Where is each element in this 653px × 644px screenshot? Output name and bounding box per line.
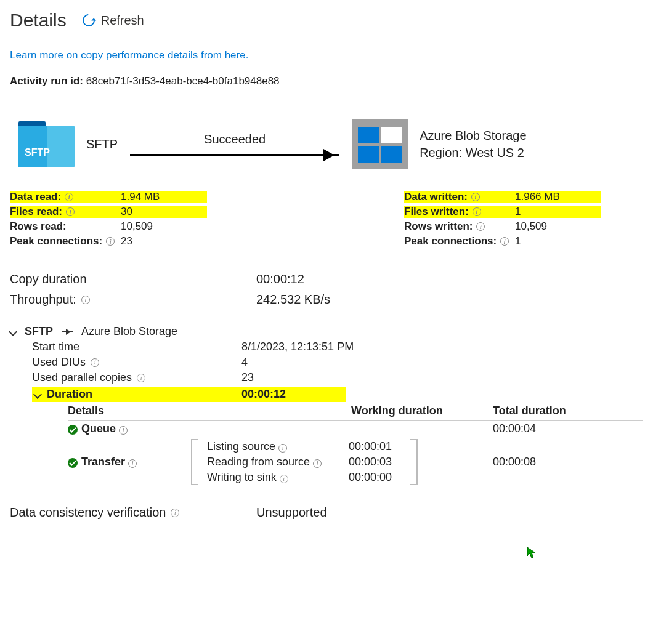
data-read-value: 1.94 MB: [121, 191, 207, 203]
throughput-label: Throughput:: [10, 292, 256, 307]
duration-label: Duration: [47, 388, 92, 401]
run-id-label: Activity run id:: [10, 75, 83, 87]
files-written-label: Files written:: [404, 206, 515, 218]
refresh-icon: [80, 12, 97, 29]
src-peak-conn-label: Peak connections:: [10, 235, 121, 248]
sftp-icon-text: SFTP: [25, 147, 50, 158]
files-written-value: 1: [515, 206, 601, 218]
info-icon[interactable]: [476, 222, 485, 231]
src-peak-conn-value: 23: [121, 235, 207, 248]
transfer-row-label: Transfer: [68, 456, 191, 469]
info-icon[interactable]: [500, 237, 509, 246]
files-read-label: Files read:: [10, 206, 121, 218]
used-parallel-label: Used parallel copies: [32, 371, 241, 384]
info-icon[interactable]: [106, 237, 115, 246]
data-read-label: Data read:: [10, 191, 121, 203]
reading-source-label: Reading from source: [207, 456, 349, 469]
stage-expander[interactable]: SFTP Azure Blob Storage: [10, 325, 643, 338]
duration-expander[interactable]: Duration 00:00:12: [32, 387, 346, 402]
dcv-label: Data consistency verification: [10, 505, 256, 520]
arrow-icon: [130, 154, 339, 156]
start-time-value: 8/1/2023, 12:13:51 PM: [241, 340, 354, 353]
source-stats: Data read: 1.94 MB Files read: 30 Rows r…: [10, 191, 207, 248]
activity-run-id-line: Activity run id: 68ceb71f-3d53-4eab-bce4…: [10, 75, 643, 87]
rows-written-value: 10,509: [515, 220, 601, 233]
success-icon: [68, 458, 78, 468]
used-dius-label: Used DIUs: [32, 356, 241, 369]
run-id-value: 68ceb71f-3d53-4eab-bce4-b0fa1b948e88: [86, 75, 280, 87]
copy-status: Succeeded: [204, 132, 266, 147]
crumb-source: SFTP: [25, 325, 53, 338]
dcv-value: Unsupported: [256, 505, 327, 520]
info-icon[interactable]: [278, 444, 287, 453]
files-read-value: 30: [121, 206, 207, 218]
transfer-total: 00:00:08: [493, 456, 616, 469]
sink-peak-conn-label: Peak connections:: [404, 235, 515, 248]
bracket-left-icon: [191, 439, 198, 485]
rows-read-label: Rows read:: [10, 220, 121, 233]
info-icon[interactable]: [313, 459, 322, 468]
chevron-down-icon: [9, 327, 17, 336]
info-icon[interactable]: [91, 358, 99, 367]
queue-total: 00:00:04: [493, 422, 616, 435]
sink-peak-conn-value: 1: [515, 235, 601, 248]
sftp-icon: SFTP: [18, 121, 75, 167]
info-icon[interactable]: [280, 475, 288, 483]
writing-sink-label: Writing to sink: [207, 471, 349, 484]
arrow-right-icon: [62, 331, 73, 332]
page-title: Details: [10, 10, 67, 31]
info-icon[interactable]: [65, 193, 73, 201]
duration-value: 00:00:12: [241, 388, 286, 401]
col-total: Total duration: [493, 405, 616, 417]
throughput-value: 242.532 KB/s: [256, 292, 330, 307]
crumb-sink: Azure Blob Storage: [81, 325, 177, 338]
col-details: Details: [68, 405, 191, 417]
used-parallel-value: 23: [241, 371, 254, 384]
info-icon[interactable]: [471, 193, 480, 201]
refresh-button[interactable]: Refresh: [83, 14, 144, 28]
copy-diagram: SFTP SFTP Succeeded Azure Blob Storage R…: [18, 119, 643, 169]
listing-source-label: Listing source: [207, 440, 349, 453]
listing-source-value: 00:00:01: [349, 440, 404, 453]
performance-block: Copy duration 00:00:12 Throughput: 242.5…: [10, 272, 643, 307]
queue-row-label: Queue: [68, 422, 191, 435]
copy-duration-value: 00:00:12: [256, 272, 304, 286]
rows-written-label: Rows written:: [404, 220, 515, 233]
bracket-right-icon: [410, 439, 418, 485]
sink-region: Region: West US 2: [420, 144, 526, 161]
refresh-label: Refresh: [101, 14, 144, 28]
source-name: SFTP: [86, 137, 118, 151]
info-icon[interactable]: [473, 207, 481, 216]
col-working: Working duration: [351, 405, 493, 417]
reading-source-value: 00:00:03: [349, 456, 404, 469]
sink-name: Azure Blob Storage: [420, 127, 526, 144]
info-icon[interactable]: [119, 426, 128, 435]
writing-sink-value: 00:00:00: [349, 471, 404, 484]
success-icon: [68, 425, 78, 435]
info-icon[interactable]: [137, 374, 145, 382]
data-written-value: 1.966 MB: [515, 191, 601, 203]
info-icon[interactable]: [81, 296, 90, 304]
info-icon[interactable]: [66, 207, 75, 216]
blob-storage-icon: [352, 119, 408, 169]
info-icon[interactable]: [171, 509, 179, 517]
data-written-label: Data written:: [404, 191, 515, 203]
start-time-label: Start time: [32, 340, 241, 353]
used-dius-value: 4: [241, 356, 248, 369]
sink-stats: Data written: 1.966 MB Files written: 1 …: [404, 191, 601, 248]
copy-duration-label: Copy duration: [10, 272, 256, 286]
learn-more-link[interactable]: Learn more on copy performance details f…: [10, 49, 248, 61]
rows-read-value: 10,509: [121, 220, 207, 233]
info-icon[interactable]: [128, 459, 137, 468]
chevron-down-icon: [33, 390, 42, 398]
